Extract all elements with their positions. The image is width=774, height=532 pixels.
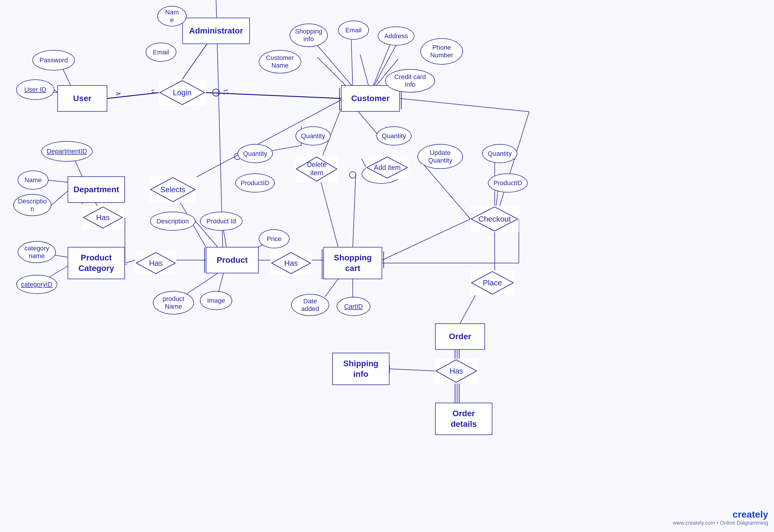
- department-id-attribute: DepartmentID: [41, 141, 93, 162]
- user-id-attribute: User ID: [16, 79, 54, 100]
- phone-number-attribute: PhoneNumber: [420, 38, 463, 65]
- category-name-attribute: categoryname: [18, 241, 56, 263]
- dept-name-attribute: Name: [18, 170, 49, 190]
- place-relationship: Place: [470, 270, 514, 295]
- add-item-relationship: Add item: [366, 156, 409, 179]
- watermark: creately www.creately.com • Online Diagr…: [673, 509, 768, 526]
- department-entity: Department: [68, 176, 125, 203]
- svg-line-61: [151, 90, 154, 91]
- dept-has-relationship: Has: [82, 206, 123, 229]
- category-id-attribute: categoryID: [16, 275, 57, 294]
- admin-name-attribute: Name: [157, 6, 187, 26]
- svg-line-15: [49, 180, 68, 182]
- cust-address-attribute: Address: [378, 26, 414, 46]
- svg-line-16: [51, 191, 68, 205]
- checkout-relationship: Checkout: [470, 206, 519, 232]
- cust-shopping-info-attribute: Shoppinginfo: [290, 24, 328, 47]
- cat-has-relationship: Has: [135, 251, 176, 275]
- administrator-entity: Administrator: [182, 18, 250, 44]
- user-entity: User: [57, 85, 107, 112]
- password-attribute: Password: [32, 50, 75, 71]
- cust-email-attribute: Email: [338, 21, 369, 40]
- svg-line-59: [116, 93, 121, 95]
- login-relationship: Login: [159, 79, 206, 106]
- admin-email-attribute: Email: [146, 43, 176, 62]
- delete-item-relationship: Deleteitem: [295, 156, 338, 182]
- svg-line-60: [116, 93, 121, 93]
- svg-line-1: [107, 93, 159, 98]
- order-has-relationship: Has: [435, 359, 478, 384]
- customer-name-attribute: CustomerName: [259, 50, 301, 73]
- dept-description-attribute: Description: [13, 194, 51, 216]
- selects-relationship: Selects: [149, 176, 196, 203]
